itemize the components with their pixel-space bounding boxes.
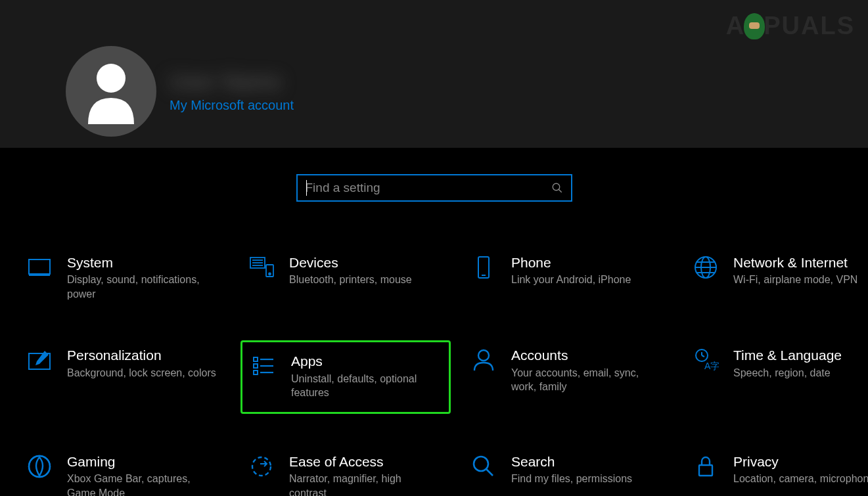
settings-tile-accounts[interactable]: AccountsYour accounts, email, sync, work… — [463, 340, 673, 413]
svg-point-31 — [29, 456, 50, 477]
tile-description: Find my files, permissions — [511, 472, 632, 486]
ease-icon — [248, 453, 275, 480]
settings-grid: SystemDisplay, sound, notifications, pow… — [0, 248, 868, 496]
search-icon — [470, 453, 497, 480]
svg-rect-19 — [254, 357, 258, 361]
tile-description: Uninstall, defaults, optional features — [291, 372, 441, 400]
tile-text: PrivacyLocation, camera, microphone — [733, 453, 868, 486]
tile-title: Gaming — [67, 453, 218, 470]
svg-rect-35 — [699, 465, 712, 476]
tile-title: Devices — [289, 254, 412, 271]
search-input[interactable] — [306, 181, 551, 195]
settings-tile-phone[interactable]: PhoneLink your Android, iPhone — [463, 248, 673, 307]
svg-rect-3 — [29, 259, 50, 274]
tile-title: Accounts — [511, 347, 662, 363]
svg-rect-21 — [254, 364, 258, 368]
tile-text: PersonalizationBackground, lock screen, … — [67, 347, 216, 380]
network-icon — [693, 254, 719, 281]
tile-text: DevicesBluetooth, printers, mouse — [289, 254, 412, 287]
tile-title: Network & Internet — [733, 254, 857, 271]
tile-title: Ease of Access — [289, 453, 440, 470]
tile-text: Ease of AccessNarrator, magnifier, high … — [289, 453, 440, 496]
apps-icon — [250, 353, 277, 379]
tile-text: PhoneLink your Android, iPhone — [511, 254, 631, 287]
accounts-icon — [470, 347, 497, 373]
svg-point-25 — [478, 350, 489, 361]
personalization-icon — [26, 347, 53, 373]
settings-tile-ease[interactable]: Ease of AccessNarrator, magnifier, high … — [240, 447, 451, 496]
main: SystemDisplay, sound, notifications, pow… — [0, 148, 868, 496]
settings-tile-personalization[interactable]: PersonalizationBackground, lock screen, … — [18, 340, 229, 413]
watermark-logo: AA PUALSPUALS — [726, 12, 855, 40]
tile-title: Phone — [511, 254, 631, 271]
settings-tile-apps[interactable]: AppsUninstall, defaults, optional featur… — [240, 340, 451, 413]
tile-description: Link your Android, iPhone — [511, 273, 631, 287]
tile-text: Time & LanguageSpeech, region, date — [733, 347, 842, 380]
tile-text: GamingXbox Game Bar, captures, Game Mode — [67, 453, 218, 496]
tile-title: System — [67, 254, 218, 271]
tile-description: Narrator, magnifier, high contrast — [289, 472, 440, 496]
svg-point-1 — [553, 183, 560, 191]
person-icon — [81, 58, 141, 124]
svg-line-34 — [486, 469, 493, 476]
tile-text: SystemDisplay, sound, notifications, pow… — [67, 254, 218, 301]
settings-tile-time[interactable]: A字 Time & LanguageSpeech, region, date — [685, 340, 868, 413]
svg-point-10 — [269, 273, 271, 275]
svg-line-2 — [559, 189, 562, 192]
settings-tile-search[interactable]: SearchFind my files, permissions — [463, 447, 673, 496]
user-name: User Name — [170, 70, 294, 94]
tile-title: Search — [511, 453, 632, 470]
svg-rect-23 — [254, 371, 258, 374]
svg-line-28 — [702, 355, 704, 357]
tile-text: AppsUninstall, defaults, optional featur… — [291, 353, 441, 399]
tile-description: Xbox Game Bar, captures, Game Mode — [67, 472, 218, 496]
tile-title: Time & Language — [733, 347, 842, 363]
avatar[interactable] — [66, 46, 156, 137]
tile-title: Personalization — [67, 347, 216, 363]
privacy-icon — [693, 453, 719, 480]
devices-icon — [248, 254, 275, 281]
svg-point-33 — [474, 457, 488, 471]
tile-description: Display, sound, notifications, power — [67, 273, 218, 301]
svg-text:A字: A字 — [704, 361, 719, 371]
settings-tile-system[interactable]: SystemDisplay, sound, notifications, pow… — [18, 248, 229, 307]
svg-point-0 — [97, 64, 126, 93]
tile-text: Network & InternetWi-Fi, airplane mode, … — [733, 254, 857, 287]
tile-description: Bluetooth, printers, mouse — [289, 273, 412, 287]
tile-description: Wi-Fi, airplane mode, VPN — [733, 273, 857, 287]
phone-icon — [470, 254, 497, 281]
search-box[interactable] — [296, 174, 572, 202]
tile-description: Speech, region, date — [733, 366, 842, 380]
time-icon: A字 — [693, 347, 719, 373]
tile-description: Your accounts, email, sync, work, family — [511, 366, 662, 394]
account-section: User Name My Microsoft account — [66, 46, 868, 137]
search-icon — [551, 182, 563, 194]
my-microsoft-account-link[interactable]: My Microsoft account — [170, 98, 294, 113]
tile-title: Privacy — [733, 453, 868, 470]
tile-text: SearchFind my files, permissions — [511, 453, 632, 486]
settings-tile-network[interactable]: Network & InternetWi-Fi, airplane mode, … — [685, 248, 868, 307]
tile-title: Apps — [291, 353, 441, 369]
tile-description: Location, camera, microphone — [733, 472, 868, 486]
tile-text: AccountsYour accounts, email, sync, work… — [511, 347, 662, 394]
settings-tile-devices[interactable]: DevicesBluetooth, printers, mouse — [240, 248, 451, 307]
settings-tile-privacy[interactable]: PrivacyLocation, camera, microphone — [685, 447, 868, 496]
header: User Name My Microsoft account AA PUALSP… — [0, 0, 868, 148]
gaming-icon — [26, 453, 53, 480]
tile-description: Background, lock screen, colors — [67, 366, 216, 380]
user-info: User Name My Microsoft account — [170, 70, 294, 113]
text-caret — [306, 180, 307, 196]
svg-point-32 — [252, 457, 271, 476]
settings-tile-gaming[interactable]: GamingXbox Game Bar, captures, Game Mode — [18, 447, 229, 496]
search-wrap — [0, 174, 868, 202]
system-icon — [26, 254, 53, 281]
